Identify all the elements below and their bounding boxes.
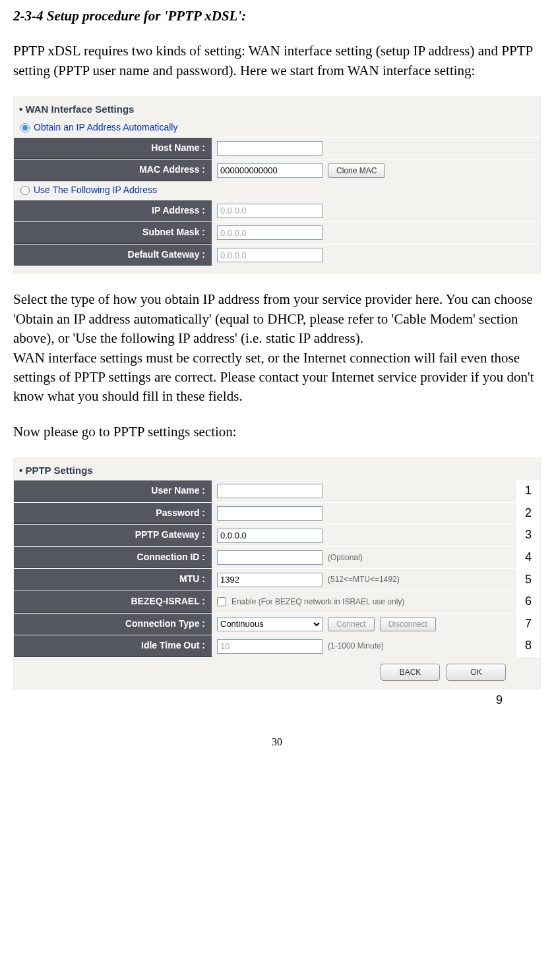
connect-button[interactable]: Connect [328, 617, 375, 631]
mtu-input[interactable] [217, 573, 323, 587]
connection-id-label: Connection ID : [14, 547, 212, 569]
ok-button[interactable]: OK [446, 664, 506, 681]
connid-hint: (Optional) [328, 552, 363, 563]
radio-use-static-input[interactable] [20, 186, 30, 195]
ip-address-label: IP Address : [14, 200, 212, 222]
annotation-4: 4 [516, 546, 540, 569]
annotation-7: 7 [516, 613, 540, 635]
radio-use-static-label: Use The Following IP Address [34, 184, 157, 197]
wan-settings-panel: WAN Interface Settings Obtain an IP Addr… [13, 96, 541, 274]
default-gateway-input[interactable] [217, 248, 323, 262]
idle-timeout-input[interactable] [217, 639, 323, 654]
radio-obtain-auto-input[interactable] [20, 123, 30, 132]
annotation-9: 9 [13, 692, 541, 708]
user-name-label: User Name : [14, 480, 212, 502]
section-heading: 2-3-4 Setup procedure for 'PPTP xDSL': [13, 7, 541, 26]
annotation-2: 2 [516, 502, 540, 525]
pptp-gateway-label: PPTP Gateway : [14, 525, 212, 546]
mid-paragraph-3: Now please go to PPTP settings section: [13, 422, 541, 442]
password-label: Password : [14, 503, 212, 525]
connection-id-input[interactable] [217, 550, 323, 565]
bezeq-label: BEZEQ-ISRAEL : [14, 591, 212, 613]
annotation-8: 8 [516, 635, 540, 657]
mac-address-input[interactable] [217, 163, 323, 178]
mid-paragraph-2: WAN interface settings must be correctly… [13, 349, 541, 407]
mtu-hint: (512<=MTU<=1492) [328, 574, 400, 585]
page-number: 30 [13, 735, 541, 749]
radio-use-static[interactable]: Use The Following IP Address [14, 181, 540, 200]
connection-type-label: Connection Type : [14, 614, 212, 635]
disconnect-button[interactable]: Disconnect [380, 617, 436, 631]
pptp-settings-panel: PPTP Settings User Name : 1 Password : 2… [13, 457, 541, 689]
default-gateway-label: Default Gateway : [14, 245, 212, 266]
annotation-5: 5 [516, 568, 540, 591]
mtu-label: MTU : [14, 569, 212, 591]
subnet-mask-label: Subnet Mask : [14, 222, 212, 244]
password-input[interactable] [217, 506, 323, 521]
subnet-mask-input[interactable] [217, 225, 323, 240]
host-name-input[interactable] [217, 141, 323, 156]
idle-timeout-label: Idle Time Out : [14, 635, 212, 657]
intro-paragraph: PPTP xDSL requires two kinds of setting:… [13, 42, 541, 80]
connection-type-select[interactable]: Continuous [217, 617, 323, 631]
wan-panel-title: WAN Interface Settings [14, 100, 540, 119]
bezeq-checkbox[interactable] [217, 597, 226, 606]
host-name-label: Host Name : [14, 138, 212, 159]
back-button[interactable]: BACK [381, 664, 440, 681]
clone-mac-button[interactable]: Clone MAC [328, 163, 385, 178]
radio-obtain-auto[interactable]: Obtain an IP Address Automatically [14, 119, 540, 137]
mac-address-label: MAC Address : [14, 159, 212, 181]
pptp-panel-title: PPTP Settings [14, 461, 540, 480]
bezeq-hint: Enable (For BEZEQ network in ISRAEL use … [231, 596, 404, 608]
user-name-input[interactable] [217, 484, 323, 498]
pptp-gateway-input[interactable] [217, 529, 323, 543]
idle-hint: (1-1000 Minute) [328, 641, 384, 652]
ip-address-input[interactable] [217, 204, 323, 218]
annotation-1: 1 [516, 480, 540, 502]
mid-paragraph-1: Select the type of how you obtain IP add… [13, 290, 541, 348]
annotation-3: 3 [516, 524, 540, 546]
annotation-6: 6 [516, 591, 540, 613]
radio-obtain-auto-label: Obtain an IP Address Automatically [34, 121, 177, 134]
